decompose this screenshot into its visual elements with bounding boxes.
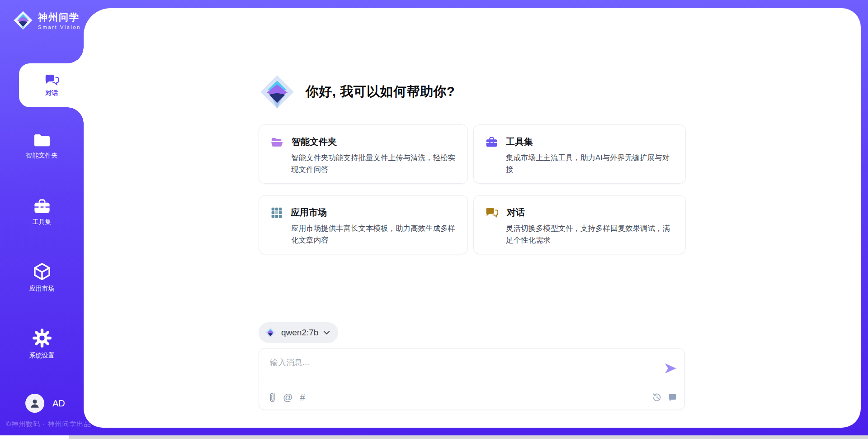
history-button[interactable]	[652, 392, 662, 402]
feature-cards: 智能文件夹 智能文件夹功能支持批量文件上传与清洗，轻松实现文件问答 工具集 集成…	[259, 124, 686, 254]
card-smart-folder[interactable]: 智能文件夹 智能文件夹功能支持批量文件上传与清洗，轻松实现文件问答	[259, 124, 468, 184]
main-content-panel: 你好, 我可以如何帮助你? 智能文件夹 智能文件夹功能支持批量文件上传与清洗，轻…	[84, 8, 861, 428]
sidebar-item-label: 系统设置	[29, 352, 55, 360]
sidebar-item-smart-folder[interactable]: 智能文件夹	[0, 133, 84, 160]
avatar	[25, 394, 44, 413]
model-selector[interactable]: qwen2:7b	[259, 322, 338, 343]
sidebar-item-label: 应用市场	[29, 285, 55, 293]
folder-open-icon	[271, 137, 283, 148]
folder-icon	[33, 133, 51, 148]
model-name: qwen2:7b	[281, 328, 318, 338]
copyright-text: ©神州数码 · 神州问学出品	[6, 420, 91, 429]
card-description: 集成市场上主流工具，助力AI与外界无缝扩展与对接	[506, 152, 675, 175]
send-icon	[664, 362, 678, 375]
composer-divider	[259, 383, 684, 383]
briefcase-icon	[33, 198, 51, 215]
brand-subtitle: Smart Vision	[38, 24, 81, 30]
quick-phrase-button[interactable]	[668, 393, 677, 402]
model-logo-icon	[264, 327, 276, 339]
app-logo-icon	[259, 73, 296, 110]
chat-bubbles-icon	[45, 74, 59, 86]
message-input[interactable]	[259, 348, 684, 382]
paperclip-icon	[269, 392, 276, 403]
chevron-down-icon	[323, 330, 330, 335]
composer-toolbar: @ #	[269, 388, 677, 406]
sidebar-item-app-market[interactable]: 应用市场	[0, 262, 84, 293]
app-grid-icon	[271, 207, 283, 219]
gear-icon	[32, 328, 52, 348]
card-description: 灵活切换多模型文件，支持多样回复效果调试，满足个性化需求	[506, 223, 675, 246]
sidebar-item-label: 智能文件夹	[26, 152, 58, 160]
card-description: 应用市场提供丰富长文本模板，助力高效生成多样化文章内容	[291, 223, 457, 246]
sidebar-item-chat[interactable]: 对话	[19, 63, 85, 107]
cube-icon	[33, 262, 51, 281]
hash-icon: #	[300, 392, 305, 403]
card-title: 工具集	[506, 136, 533, 148]
brand: 神州问学 Smart Vision	[13, 10, 81, 31]
sidebar-item-label: 工具集	[33, 218, 52, 226]
briefcase-icon	[486, 136, 498, 148]
chat-bubble-filled-icon	[668, 393, 677, 402]
horizontal-scrollbar[interactable]	[0, 435, 868, 439]
mention-button[interactable]: @	[283, 392, 292, 403]
at-icon: @	[283, 392, 292, 403]
sidebar-item-toolset[interactable]: 工具集	[0, 198, 84, 226]
card-title: 智能文件夹	[292, 136, 337, 148]
brand-name: 神州问学	[38, 11, 81, 24]
card-app-market[interactable]: 应用市场 应用市场提供丰富长文本模板，助力高效生成多样化文章内容	[259, 195, 468, 254]
card-title: 应用市场	[291, 206, 327, 219]
greeting-text: 你好, 我可以如何帮助你?	[306, 83, 455, 101]
message-composer: @ #	[259, 348, 685, 410]
active-tab-fillet-top	[67, 47, 84, 63]
send-button[interactable]	[664, 361, 678, 376]
card-description: 智能文件夹功能支持批量文件上传与清洗，轻松实现文件问答	[291, 152, 457, 175]
attach-file-button[interactable]	[269, 392, 276, 403]
topic-button[interactable]: #	[300, 392, 305, 403]
sidebar-item-settings[interactable]: 系统设置	[0, 328, 84, 360]
card-chat[interactable]: 对话 灵活切换多模型文件，支持多样回复效果调试，满足个性化需求	[473, 195, 686, 254]
chat-bubbles-icon	[486, 207, 499, 218]
brand-logo-icon	[13, 10, 33, 31]
history-icon	[652, 392, 662, 402]
user-account[interactable]: AD	[25, 394, 65, 413]
card-toolset[interactable]: 工具集 集成市场上主流工具，助力AI与外界无缝扩展与对接	[473, 124, 686, 184]
active-tab-fillet-bottom	[67, 107, 84, 124]
card-title: 对话	[507, 206, 525, 219]
sidebar-item-label: 对话	[46, 89, 58, 97]
user-name: AD	[52, 398, 65, 409]
greeting: 你好, 我可以如何帮助你?	[259, 73, 455, 110]
scrollbar-thumb[interactable]	[0, 435, 69, 439]
